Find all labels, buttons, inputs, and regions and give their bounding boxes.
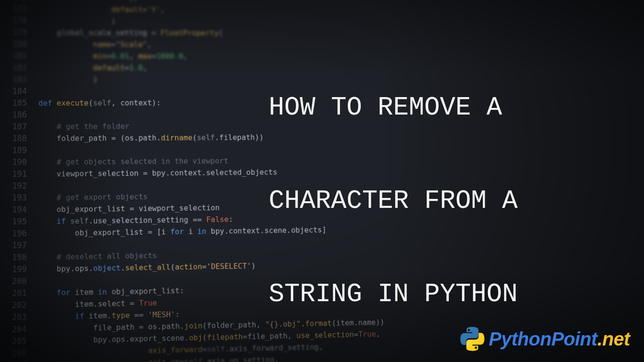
- brand-name-primary: PythonPoint: [489, 329, 597, 349]
- brand-lockup: PythonPoint.net: [460, 326, 630, 352]
- headline-line-2: CHARACTER FROM A: [269, 186, 518, 216]
- python-logo-icon: [460, 326, 485, 352]
- headline-title: HOW TO REMOVE A CHARACTER FROM A STRING …: [269, 38, 627, 318]
- brand-name-suffix: .net: [597, 329, 630, 349]
- line-number-gutter: 1761771781791801811821831841851861871881…: [0, 0, 32, 362]
- brand-text: PythonPoint.net: [489, 329, 630, 350]
- headline-line-1: HOW TO REMOVE A: [269, 93, 502, 123]
- headline-line-3: STRING IN PYTHON: [269, 280, 518, 309]
